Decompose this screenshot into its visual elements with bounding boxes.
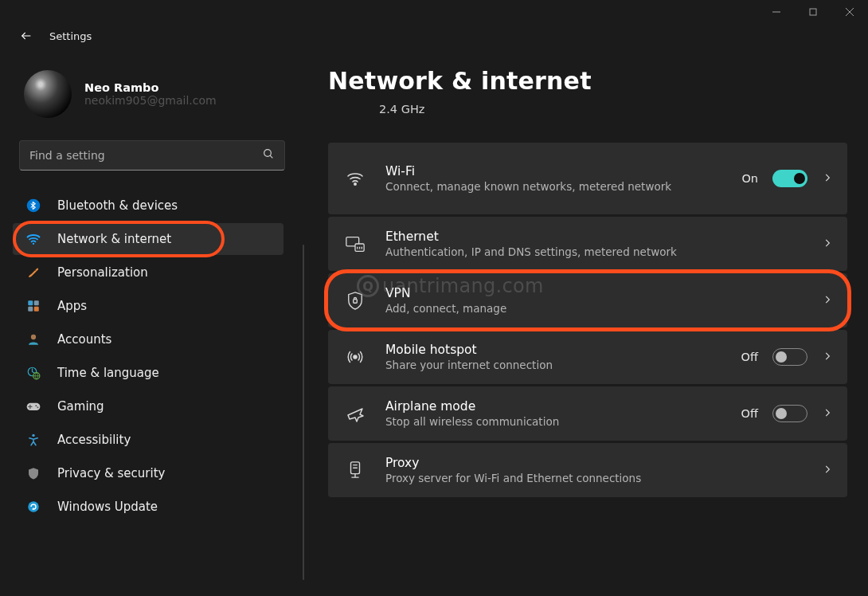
card-subtitle: Connect, manage known networks, metered …: [385, 180, 724, 193]
airplane-toggle[interactable]: [772, 405, 807, 422]
hotspot-toggle[interactable]: [772, 348, 807, 366]
wifi-icon: [25, 231, 41, 247]
back-button[interactable]: [18, 27, 35, 45]
svg-point-8: [33, 243, 34, 245]
sidebar-item-label: Network & internet: [57, 232, 171, 246]
card-wifi[interactable]: Wi-Fi Connect, manage known networks, me…: [328, 143, 847, 214]
toggle-state: On: [741, 172, 758, 185]
card-mobile-hotspot[interactable]: Mobile hotspot Share your internet conne…: [328, 330, 847, 384]
card-title: VPN: [385, 286, 804, 300]
toggle-state: Off: [741, 351, 758, 363]
page-title: Network & internet: [328, 67, 847, 95]
update-icon: [25, 499, 41, 515]
gamepad-icon: [25, 398, 41, 414]
sidebar-item-gaming[interactable]: Gaming: [13, 390, 283, 422]
profile-name: Neo Rambo: [84, 81, 217, 94]
sidebar-item-bluetooth[interactable]: Bluetooth & devices: [13, 190, 283, 222]
svg-rect-10: [34, 300, 39, 305]
window-minimize-button[interactable]: [758, 0, 795, 24]
avatar: [24, 70, 72, 118]
svg-rect-11: [28, 307, 33, 312]
apps-icon: [25, 298, 41, 314]
sidebar-item-label: Gaming: [57, 399, 104, 414]
sidebar-item-label: Personalization: [57, 265, 148, 280]
sidebar-item-label: Accounts: [57, 332, 111, 347]
bluetooth-icon: [25, 198, 41, 214]
card-title: Wi-Fi: [385, 164, 724, 178]
wifi-toggle[interactable]: [772, 170, 807, 187]
sidebar-item-label: Bluetooth & devices: [57, 198, 178, 213]
chevron-right-icon: [822, 350, 833, 365]
svg-line-6: [270, 155, 272, 158]
window-close-button[interactable]: [831, 0, 868, 24]
card-airplane-mode[interactable]: Airplane mode Stop all wireless communic…: [328, 386, 847, 441]
card-title: Ethernet: [385, 229, 804, 244]
nav-list: Bluetooth & devices Network & internet P…: [13, 190, 295, 523]
chevron-right-icon: [822, 293, 833, 308]
svg-point-17: [35, 405, 37, 406]
svg-point-20: [28, 501, 39, 512]
sidebar-item-windows-update[interactable]: Windows Update: [13, 491, 283, 523]
card-ethernet[interactable]: Ethernet Authentication, IP and DNS sett…: [328, 217, 847, 271]
ethernet-icon: [342, 234, 368, 253]
airplane-icon: [342, 404, 368, 423]
card-title: Proxy: [385, 456, 804, 470]
svg-rect-24: [354, 300, 358, 304]
sidebar-item-network[interactable]: Network & internet: [13, 223, 283, 255]
svg-rect-9: [28, 300, 33, 305]
window-titlebar: [0, 0, 868, 24]
card-subtitle: Stop all wireless communication: [385, 415, 724, 428]
svg-point-13: [31, 335, 36, 339]
sidebar-item-accounts[interactable]: Accounts: [13, 323, 283, 355]
svg-point-25: [354, 355, 357, 359]
sidebar-item-label: Accessibility: [57, 433, 131, 447]
vpn-shield-icon: [342, 291, 368, 310]
svg-point-18: [37, 406, 38, 408]
search-input[interactable]: [29, 149, 262, 162]
card-subtitle: Proxy server for Wi-Fi and Ethernet conn…: [385, 472, 804, 484]
card-proxy[interactable]: Proxy Proxy server for Wi-Fi and Etherne…: [328, 443, 847, 497]
content-pane: Network & internet 2.4 GHz Wi-Fi Connect…: [295, 46, 868, 594]
card-title: Airplane mode: [385, 399, 724, 414]
svg-rect-1: [810, 9, 816, 15]
person-icon: [25, 331, 41, 347]
svg-rect-12: [34, 307, 39, 312]
svg-point-19: [32, 434, 34, 437]
chevron-right-icon: [822, 171, 833, 186]
shield-icon: [25, 465, 41, 481]
wifi-frequency: 2.4 GHz: [379, 103, 847, 116]
card-vpn[interactable]: VPN Add, connect, manage: [328, 273, 847, 327]
profile-block[interactable]: Neo Rambo neokim905@gmail.com: [13, 70, 295, 118]
sidebar-item-privacy[interactable]: Privacy & security: [13, 457, 283, 489]
window-maximize-button[interactable]: [795, 0, 831, 24]
hotspot-icon: [342, 347, 368, 367]
app-title: Settings: [49, 30, 92, 42]
chevron-right-icon: [822, 237, 833, 252]
toggle-state: Off: [741, 407, 758, 420]
proxy-icon: [342, 460, 368, 480]
sidebar-item-personalization[interactable]: Personalization: [13, 257, 283, 288]
search-icon: [262, 147, 275, 163]
card-title: Mobile hotspot: [385, 343, 724, 357]
app-header: Settings: [0, 24, 868, 46]
card-subtitle: Share your internet connection: [385, 359, 724, 371]
sidebar-item-label: Apps: [57, 299, 87, 313]
sidebar-item-label: Time & language: [57, 366, 159, 380]
clock-globe-icon: [25, 365, 41, 381]
search-box[interactable]: [19, 140, 285, 171]
card-subtitle: Authentication, IP and DNS settings, met…: [385, 245, 804, 258]
sidebar-item-apps[interactable]: Apps: [13, 290, 283, 322]
sidebar-item-accessibility[interactable]: Accessibility: [13, 424, 283, 456]
chevron-right-icon: [822, 406, 833, 422]
wifi-icon: [342, 169, 368, 188]
card-subtitle: Add, connect, manage: [385, 302, 804, 315]
sidebar-item-label: Windows Update: [57, 500, 158, 514]
accessibility-icon: [25, 432, 41, 448]
svg-point-5: [264, 150, 272, 157]
svg-point-21: [354, 183, 356, 185]
sidebar: Neo Rambo neokim905@gmail.com Bluetooth …: [0, 46, 295, 594]
profile-email: neokim905@gmail.com: [84, 94, 217, 107]
sidebar-item-time-language[interactable]: Time & language: [13, 357, 283, 389]
sidebar-item-label: Privacy & security: [57, 466, 165, 480]
paint-brush-icon: [25, 265, 41, 280]
